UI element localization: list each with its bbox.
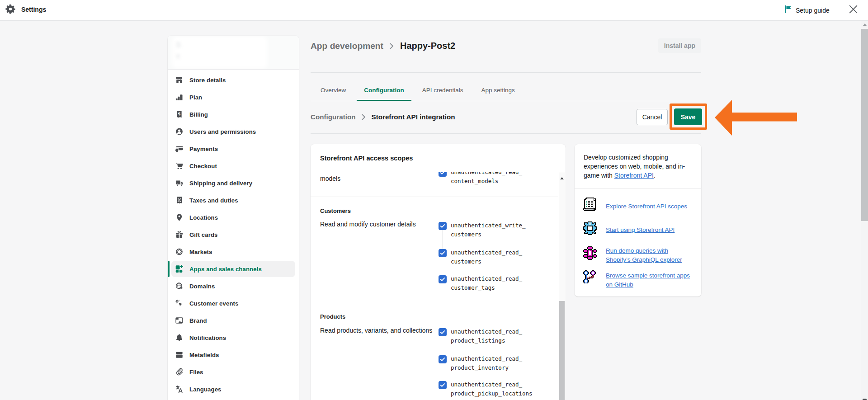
install-app-button[interactable]: Install app bbox=[658, 38, 701, 53]
checkbox-checked[interactable] bbox=[439, 355, 447, 363]
chevron-right-icon bbox=[390, 43, 394, 49]
sidebar-item-domains[interactable]: Domains bbox=[171, 278, 295, 294]
page-title: Settings bbox=[21, 0, 46, 20]
sidebar-item-label: Customer events bbox=[189, 300, 239, 307]
scopes-scroll-area[interactable]: modelsunauthenticated_read_ content_mode… bbox=[311, 172, 566, 400]
sidebar-item-checkout[interactable]: Checkout bbox=[171, 158, 295, 174]
sidebar-item-label: Billing bbox=[189, 111, 208, 118]
shipping-icon bbox=[175, 179, 184, 188]
events-icon bbox=[175, 299, 184, 308]
sidebar-item-label: Locations bbox=[189, 214, 218, 221]
sidebar-item-languages[interactable]: Languages bbox=[171, 381, 295, 397]
sidebar-item-locations[interactable]: Locations bbox=[171, 209, 295, 226]
sidebar-item-markets[interactable]: Markets bbox=[171, 244, 295, 260]
scope-name: unauthenticated_read_ product_listings bbox=[451, 327, 522, 346]
sidebar-item-billing[interactable]: $Billing bbox=[171, 106, 295, 122]
sidebar-item-label: Apps and sales channels bbox=[189, 266, 262, 273]
gear-pixel-icon bbox=[583, 221, 597, 235]
sidebar-item-label: Files bbox=[189, 369, 203, 376]
sidebar-item-files[interactable]: Files bbox=[171, 364, 295, 380]
checkbox-checked[interactable] bbox=[439, 328, 447, 336]
sidebar-item-label: Brand bbox=[189, 317, 207, 324]
sidebar-item-shipping-and-delivery[interactable]: Shipping and delivery bbox=[171, 175, 295, 191]
sidebar-item-label: Store details bbox=[189, 77, 226, 84]
checkbox-checked[interactable] bbox=[439, 275, 447, 283]
close-icon[interactable] bbox=[849, 5, 858, 14]
section-heading: Products bbox=[320, 313, 345, 320]
sidebar-item-apps-and-sales-channels[interactable]: Apps and sales channels bbox=[171, 261, 295, 277]
locations-icon bbox=[175, 213, 184, 222]
page-scrollbar[interactable] bbox=[861, 21, 868, 400]
sidebar-item-gift-cards[interactable]: Gift cards bbox=[171, 226, 295, 243]
info-link[interactable]: Explore Storefront API scopes bbox=[606, 202, 702, 211]
info-link[interactable]: Start using Storefront API bbox=[606, 226, 702, 235]
info-link[interactable]: Run demo queries with Shopify’s GraphiQL… bbox=[606, 246, 692, 264]
store-logo-blur-blob bbox=[175, 38, 265, 66]
breadcrumb-app-development[interactable]: App development bbox=[311, 41, 383, 51]
checkout-icon bbox=[175, 162, 184, 170]
tab-overview[interactable]: Overview bbox=[313, 81, 353, 101]
tab-label: App settings bbox=[481, 87, 515, 94]
plan-icon bbox=[175, 93, 184, 102]
flag-icon bbox=[784, 5, 792, 15]
sidebar-item-label: Users and permissions bbox=[189, 128, 256, 135]
sidebar-item-plan[interactable]: Plan bbox=[171, 89, 295, 105]
sidebar-item-label: Languages bbox=[189, 386, 222, 393]
breadcrumb-configuration[interactable]: Configuration bbox=[311, 113, 356, 121]
payments-icon bbox=[175, 145, 184, 153]
sidebar-item-users-and-permissions[interactable]: Users and permissions bbox=[171, 123, 295, 140]
scope-name: unauthenticated_read_ customer_tags bbox=[451, 274, 522, 293]
cancel-button[interactable]: Cancel bbox=[637, 109, 668, 125]
section-description: Read and modify customer details bbox=[320, 221, 416, 228]
intro-text-after: . bbox=[654, 172, 656, 179]
setup-guide-button[interactable]: Setup guide bbox=[784, 0, 830, 20]
tab-configuration[interactable]: Configuration bbox=[357, 81, 411, 101]
sidebar-item-brand[interactable]: Brand bbox=[171, 312, 295, 329]
tab-app-settings[interactable]: App settings bbox=[474, 81, 522, 101]
storefront-api-access-scopes-card: Storefront API access scopes modelsunaut… bbox=[311, 144, 566, 400]
sidebar-item-label: Taxes and duties bbox=[189, 197, 238, 204]
scrollbar-up-arrow-icon[interactable] bbox=[560, 177, 564, 179]
divider bbox=[311, 303, 558, 303]
scrollbar-up-arrow-icon[interactable] bbox=[863, 24, 867, 26]
card-title: Storefront API access scopes bbox=[320, 155, 413, 162]
svg-text:$: $ bbox=[178, 112, 180, 116]
store-icon bbox=[175, 76, 184, 85]
divider bbox=[575, 188, 701, 188]
tab-label: Overview bbox=[321, 87, 346, 94]
taxes-icon bbox=[175, 196, 184, 205]
card-scrollbar[interactable] bbox=[559, 172, 565, 400]
domains-icon bbox=[175, 282, 184, 291]
divider bbox=[311, 101, 701, 101]
checkbox-checked[interactable] bbox=[439, 172, 447, 177]
app-title: Happy-Post2 bbox=[400, 41, 455, 51]
setup-guide-label: Setup guide bbox=[796, 7, 830, 14]
sidebar-item-label: Gift cards bbox=[189, 231, 218, 238]
gear-icon bbox=[5, 4, 16, 14]
files-icon bbox=[175, 368, 184, 376]
git-branch-pixel-icon bbox=[583, 270, 597, 283]
info-link[interactable]: Browse sample storefront apps on GitHub bbox=[606, 271, 696, 289]
sidebar-item-store-details[interactable]: Store details bbox=[171, 72, 295, 88]
checkbox-checked[interactable] bbox=[439, 249, 447, 257]
store-logo-blur-letters: Ss bbox=[176, 40, 181, 61]
sidebar-item-customer-events[interactable]: Customer events bbox=[171, 295, 295, 311]
section-heading: Customers bbox=[320, 207, 351, 214]
billing-icon: $ bbox=[175, 110, 184, 119]
sidebar-item-payments[interactable]: Payments bbox=[171, 141, 295, 157]
checkbox-checked[interactable] bbox=[439, 222, 447, 230]
sidebar-item-metafields[interactable]: Metafields bbox=[171, 347, 295, 363]
divider bbox=[311, 133, 701, 134]
tab-api-credentials[interactable]: API credentials bbox=[415, 81, 471, 101]
scroll-pixel-icon bbox=[583, 198, 597, 211]
scrollbar-thumb[interactable] bbox=[559, 301, 565, 400]
checkbox-checked[interactable] bbox=[439, 381, 447, 389]
sidebar-item-taxes-and-duties[interactable]: Taxes and duties bbox=[171, 192, 295, 208]
sidebar-item-label: Plan bbox=[189, 94, 202, 101]
config-breadcrumb: Configuration Storefront API integration bbox=[311, 113, 455, 121]
save-button[interactable]: Save bbox=[674, 108, 702, 125]
storefront-api-link[interactable]: Storefront API bbox=[614, 172, 654, 179]
scrollbar-thumb[interactable] bbox=[861, 29, 868, 221]
sidebar-item-notifications[interactable]: Notifications bbox=[171, 329, 295, 346]
tab-label: API credentials bbox=[422, 87, 463, 94]
